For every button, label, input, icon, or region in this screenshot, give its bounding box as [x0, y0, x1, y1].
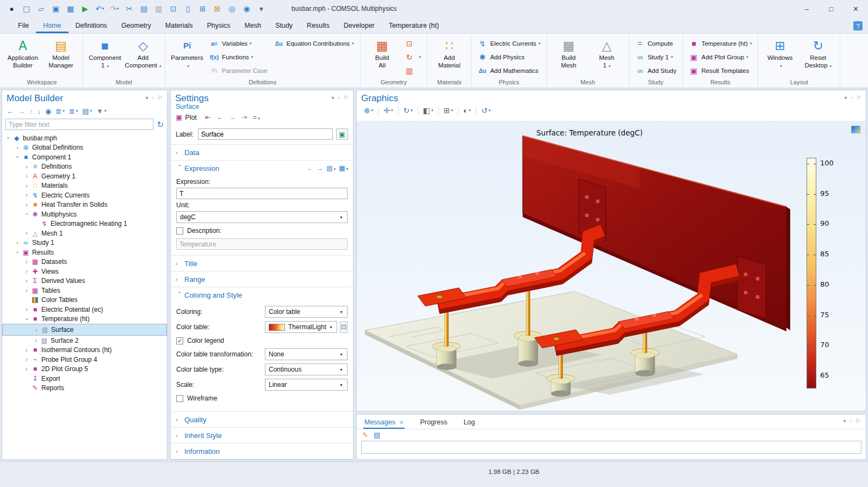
section-range-header[interactable]: › Range — [171, 272, 353, 287]
windows-button[interactable]: ⊞Windows▾ — [761, 34, 799, 70]
filter-icon[interactable]: ▼▾ — [94, 106, 108, 116]
tree-expand-icon[interactable]: › — [23, 278, 30, 284]
paste-icon[interactable]: ▥ — [151, 2, 166, 16]
tree-item-mesh-1[interactable]: ›△Mesh 1 — [2, 229, 167, 238]
messages-tab-messages[interactable]: Messages✕ — [363, 418, 405, 429]
tree-item-study-1[interactable]: ›∞Study 1 — [2, 238, 167, 248]
update-plot-icon[interactable]: ↺▾ — [479, 106, 493, 115]
compute-button[interactable]: =Compute — [632, 36, 680, 50]
copy-icon[interactable]: ▤ — [137, 2, 151, 16]
tree-expand-icon[interactable]: › — [23, 183, 30, 189]
app-logo-icon[interactable]: ● — [4, 2, 19, 16]
tree-expand-icon[interactable]: › — [33, 327, 40, 333]
color-table-browse-icon[interactable]: ⊡ — [340, 322, 348, 333]
description-input[interactable] — [176, 238, 348, 250]
zoom-selected-icon[interactable]: ◎ — [225, 2, 239, 16]
menu-tab-developer[interactable]: Developer — [337, 21, 382, 33]
color-table-select[interactable]: ThermalLight ▼ — [265, 321, 337, 333]
section-coloring-header[interactable]: › Coloring and Style — [171, 287, 353, 303]
panel-float-icon[interactable]: ▫ — [850, 418, 852, 424]
color-legend-checkbox[interactable]: ✓ — [176, 337, 183, 344]
tree-collapse-icon[interactable]: › — [15, 249, 21, 256]
close-button[interactable]: ✕ — [844, 0, 868, 17]
tree-item-materials[interactable]: ›∷Materials — [2, 181, 167, 191]
insert-sequence-button[interactable]: ⊡ — [401, 36, 425, 50]
menu-tab-materials[interactable]: Materials — [158, 21, 200, 33]
new-file-icon[interactable]: ▢ — [19, 2, 34, 16]
parameters-button[interactable]: PiParameters▾ — [168, 34, 206, 70]
move-up-icon[interactable]: ↑ — [27, 106, 35, 116]
minimize-button[interactable]: – — [795, 0, 819, 17]
menu-tab-geometry[interactable]: Geometry — [114, 21, 158, 33]
go-to-view-icon[interactable]: ✛▾ — [381, 106, 395, 115]
select-box-icon[interactable]: ⊞ — [195, 2, 210, 16]
section-expression-header[interactable]: › Expression ←→▤▾▦▾ — [171, 161, 353, 176]
tree-expand-icon[interactable]: › — [23, 202, 30, 208]
rebuild-button[interactable]: ↻▾ — [401, 50, 425, 64]
label-input[interactable] — [198, 128, 333, 140]
plot-last-icon[interactable]: ⇥ — [239, 113, 250, 121]
tree-collapse-icon[interactable]: › — [24, 315, 30, 323]
replace-expression-icon[interactable]: ▦▾ — [339, 164, 348, 172]
panel-pin-icon[interactable]: ⚐ — [344, 95, 349, 101]
menu-tab-mesh[interactable]: Mesh — [238, 21, 269, 33]
back-icon[interactable]: ← — [4, 106, 16, 116]
zoom-extents-icon[interactable]: ⊕▾ — [361, 106, 376, 115]
redo-icon[interactable]: ↷▾ — [107, 2, 122, 16]
tree-item-global-definitions[interactable]: ›⊕Global Definitions — [2, 143, 167, 153]
section-information-header[interactable]: › Information — [171, 443, 353, 459]
section-title-header[interactable]: › Title — [171, 256, 353, 271]
tree-expand-icon[interactable]: › — [23, 287, 30, 293]
study-1-button[interactable]: ∞Study 1▾ — [632, 50, 680, 64]
tree-item-reports[interactable]: ✎Reports — [2, 384, 167, 393]
remove-details-button[interactable]: ▥ — [401, 64, 425, 77]
tree-item-geometry-1[interactable]: ›AGeometry 1 — [2, 171, 167, 181]
run-icon[interactable]: ▶ — [78, 2, 92, 16]
unit-select[interactable]: degC ▼ — [176, 211, 348, 223]
tree-expand-icon[interactable]: › — [23, 230, 30, 236]
show-icon[interactable]: ◉ — [43, 106, 53, 116]
tree-expand-icon[interactable]: › — [23, 259, 30, 265]
tree-expand-icon[interactable]: › — [23, 192, 30, 198]
plot-previous-icon[interactable]: ← — [214, 113, 226, 121]
panel-menu-icon[interactable]: ▾ — [844, 95, 847, 101]
tree-item-tables[interactable]: ›▦Tables — [2, 286, 167, 295]
tree-collapse-icon[interactable]: › — [5, 134, 11, 142]
mesh-1-button[interactable]: △Mesh1▾ — [588, 34, 626, 70]
menu-tab-results[interactable]: Results — [300, 21, 337, 33]
tree-expand-icon[interactable]: › — [14, 145, 21, 151]
duplicate-icon[interactable]: ⊡ — [166, 2, 181, 16]
tree-item-heat-transfer-in-solids[interactable]: ›■Heat Transfer in Solids — [2, 200, 167, 210]
wireframe-checkbox[interactable] — [176, 395, 183, 402]
tree-collapse-icon[interactable]: › — [15, 153, 21, 161]
help-button[interactable]: ? — [853, 21, 863, 30]
graphics-viewport[interactable]: Surface: Temperature (degC) — [357, 121, 866, 411]
coloring-select[interactable]: Color table ▼ — [265, 306, 348, 318]
messages-tab-progress[interactable]: Progress — [419, 418, 448, 429]
collapse-all-icon[interactable]: ≣▾ — [53, 106, 66, 116]
tree-expand-icon[interactable]: › — [23, 366, 30, 372]
tree-item-derived-values[interactable]: ›ΣDerived Values — [2, 276, 167, 286]
save-icon[interactable]: ▣ — [48, 2, 63, 16]
tree-item-temperature-ht[interactable]: ›■Temperature (ht) — [2, 315, 167, 324]
tree-expand-icon[interactable]: › — [23, 306, 30, 312]
copy-messages-icon[interactable]: ▤ — [374, 431, 380, 439]
variables-button[interactable]: a=Variables▾ — [206, 36, 271, 50]
refresh-icon[interactable]: ↻ — [157, 120, 164, 130]
menu-tab-temperature-ht[interactable]: Temperature (ht) — [382, 21, 446, 33]
expr-next-icon[interactable]: → — [317, 164, 323, 172]
plot-compare-icon[interactable]: =▾ — [250, 113, 263, 121]
component-1-button[interactable]: ■Component1▾ — [86, 34, 124, 70]
tree-item-datasets[interactable]: ›▦Datasets — [2, 257, 167, 267]
panel-float-icon[interactable]: ▫ — [851, 95, 853, 101]
maximize-button[interactable]: □ — [819, 0, 844, 17]
panel-menu-icon[interactable]: ▾ — [331, 95, 334, 101]
section-quality-header[interactable]: › Quality — [171, 412, 353, 427]
tree-item-definitions[interactable]: ›≡Definitions — [2, 162, 167, 172]
section-inherit-style-header[interactable]: › Inherit Style — [171, 428, 353, 443]
tree-item-multiphysics[interactable]: ›✱Multiphysics — [2, 209, 167, 219]
tree-item-electric-potential-ec[interactable]: ›■Electric Potential (ec) — [2, 305, 167, 315]
section-data-header[interactable]: › Data — [171, 145, 353, 160]
clear-selection-icon[interactable]: ⊠ — [210, 2, 225, 16]
add-plot-group-button[interactable]: ▣Add Plot Group▾ — [686, 50, 755, 64]
